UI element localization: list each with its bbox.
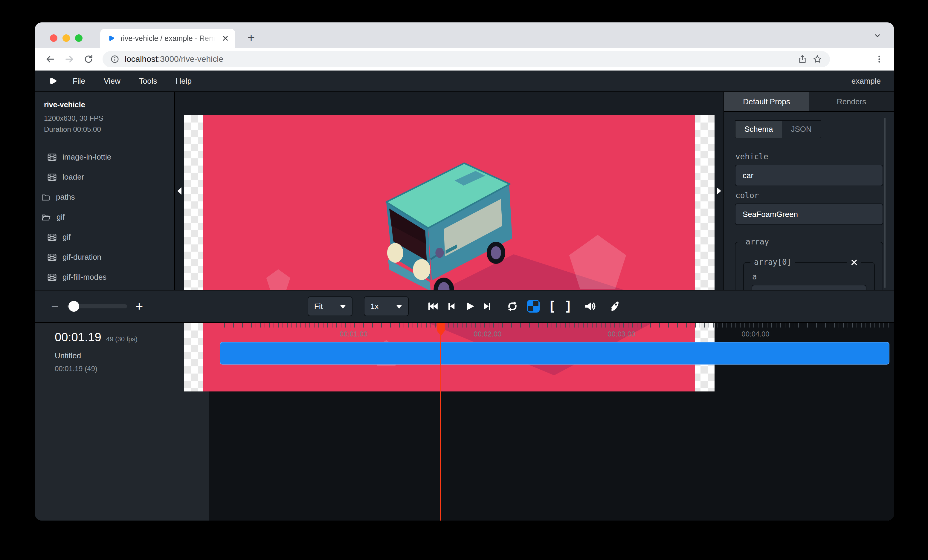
sidebar-item-image-in-lottie[interactable]: image-in-lottie (35, 147, 174, 167)
prop-vehicle-input[interactable] (735, 165, 883, 186)
loop-icon[interactable] (506, 300, 519, 313)
url-text: localhost:3000/rive-vehicle (125, 55, 223, 64)
back-icon[interactable] (45, 54, 55, 64)
menu-tools[interactable]: Tools (139, 76, 157, 86)
playhead-line (440, 335, 441, 520)
timeline-track-bar[interactable] (220, 342, 890, 365)
next-frame-icon[interactable] (482, 301, 493, 312)
browser-window: rive-vehicle / example - Remoti + localh… (35, 23, 894, 520)
tab-favicon (107, 34, 116, 43)
project-name: rive-vehicle (44, 100, 165, 109)
zoom-slider-knob[interactable] (69, 301, 79, 312)
menu-help[interactable]: Help (176, 76, 192, 86)
folder-open-icon (41, 214, 50, 221)
site-info-icon[interactable] (110, 55, 119, 64)
traffic-lights (50, 34, 82, 42)
set-in-point-button[interactable]: [ (548, 300, 556, 313)
sidebar-item-label: paths (56, 192, 75, 202)
playback-toolbar: − + Fit 1x (35, 290, 894, 323)
sidebar-item-label: gif-duration (63, 253, 101, 262)
mode-json[interactable]: JSON (782, 121, 820, 138)
timeline-track-area[interactable]: 00:01.0000:02.0000:03.0000:04.00 (209, 323, 894, 520)
browser-tab[interactable]: rive-vehicle / example - Remoti (100, 29, 235, 48)
folder-closed-icon (41, 194, 50, 201)
sidebar-item-label: gif-fill-modes (63, 272, 107, 282)
array-0-a-label: a (752, 272, 866, 281)
set-out-point-button[interactable]: ] (565, 300, 572, 313)
remotion-logo-icon[interactable] (48, 76, 58, 86)
sidebar-item-gif-loop-behavior[interactable]: gif-loop-behavior (35, 287, 174, 290)
mode-schema[interactable]: Schema (736, 121, 782, 138)
sidebar-item-gif-fill-modes[interactable]: gif-fill-modes (35, 267, 174, 287)
menu-file[interactable]: File (73, 76, 85, 86)
timeline-info-pane: 00:01.19 49 (30 fps) Untitled 00:01.19 (… (35, 323, 209, 520)
previous-frame-icon[interactable] (446, 301, 456, 312)
prop-color-label: color (736, 191, 883, 200)
array-fieldset-label: array (742, 237, 772, 246)
address-bar[interactable]: localhost:3000/rive-vehicle (102, 51, 830, 67)
sidebar-item-label: gif (63, 233, 70, 242)
project-resolution: 1200x630, 30 FPS (44, 113, 165, 124)
array-0-a-input[interactable] (752, 285, 866, 290)
sidebar-item-gif[interactable]: gif (35, 227, 174, 247)
sidebar-item-loader[interactable]: loader (35, 167, 174, 187)
address-bar-row: localhost:3000/rive-vehicle (35, 48, 894, 70)
prop-color-input[interactable] (735, 204, 883, 225)
transparency-checkerboard-toggle[interactable] (527, 300, 540, 313)
remotion-studio: FileViewToolsHelp example rive-vehicle 1… (35, 70, 894, 520)
zoom-in-button[interactable]: + (136, 300, 143, 313)
fullscreen-window-button[interactable] (75, 34, 82, 42)
playback-rate-select[interactable]: 1x (364, 297, 409, 316)
size-select[interactable]: Fit (308, 297, 353, 316)
volume-icon[interactable] (584, 300, 596, 313)
ruler-label-00:04.00: 00:04.00 (742, 330, 769, 338)
tab-renders[interactable]: Renders (809, 92, 894, 111)
sidebar-item-label: image-in-lottie (63, 152, 111, 162)
zoom-out-button[interactable]: − (51, 300, 59, 313)
film-icon (47, 173, 56, 181)
project-duration: Duration 00:05.00 (44, 124, 165, 135)
bookmark-star-icon[interactable] (813, 55, 822, 64)
browser-menu-dots-icon[interactable] (875, 55, 884, 64)
film-icon (47, 274, 56, 281)
props-scrollbar[interactable] (884, 118, 885, 288)
array-fieldset: arrayarray[0]abarray[1]ab (735, 242, 883, 290)
skip-to-start-icon[interactable] (427, 301, 439, 312)
current-timecode: 00:01.19 (55, 330, 101, 344)
forward-icon[interactable] (64, 54, 75, 64)
zoom-slider[interactable] (67, 304, 127, 308)
prop-vehicle-label: vehicle (736, 152, 883, 161)
share-icon[interactable] (798, 55, 807, 64)
props-panel: Default PropsRenders SchemaJSON vehiclec… (723, 92, 894, 290)
tab-default-props[interactable]: Default Props (724, 92, 809, 111)
collapse-right-panel-icon[interactable] (717, 187, 721, 195)
film-icon (47, 233, 56, 241)
timeline-ruler[interactable] (220, 323, 890, 327)
remove-array-item-icon[interactable] (847, 259, 861, 266)
sidebar-item-gif-duration[interactable]: gif-duration (35, 247, 174, 267)
project-label: example (852, 76, 881, 86)
minimize-window-button[interactable] (63, 34, 70, 42)
app-menu-items: FileViewToolsHelp (73, 76, 210, 86)
tab-search-chevron-icon[interactable] (873, 31, 882, 41)
reload-icon[interactable] (83, 54, 93, 64)
app-menu-bar: FileViewToolsHelp example (35, 70, 894, 92)
play-icon[interactable] (464, 301, 475, 312)
collapse-left-panel-icon[interactable] (177, 187, 182, 195)
tab-strip: rive-vehicle / example - Remoti + (35, 23, 894, 48)
schema-json-toggle: SchemaJSON (735, 120, 821, 138)
array-item-fieldset-0: array[0]ab (743, 262, 875, 290)
menu-view[interactable]: View (104, 76, 121, 86)
composition-list: image-in-lottieloaderpathsgifgifgif-dura… (35, 144, 174, 290)
new-tab-button[interactable]: + (244, 31, 258, 45)
close-window-button[interactable] (50, 34, 57, 42)
ruler-label-00:01.00: 00:01.00 (340, 330, 368, 338)
sidebar-item-gif[interactable]: gif (35, 207, 174, 227)
project-info: rive-vehicle 1200x630, 30 FPS Duration 0… (35, 92, 174, 144)
sidebar-item-paths[interactable]: paths (35, 187, 174, 207)
rocket-icon[interactable] (609, 300, 621, 313)
playhead-flag[interactable] (437, 323, 445, 336)
film-icon (47, 253, 56, 261)
tab-close-icon[interactable] (221, 34, 229, 42)
compositions-sidebar: rive-vehicle 1200x630, 30 FPS Duration 0… (35, 92, 175, 290)
